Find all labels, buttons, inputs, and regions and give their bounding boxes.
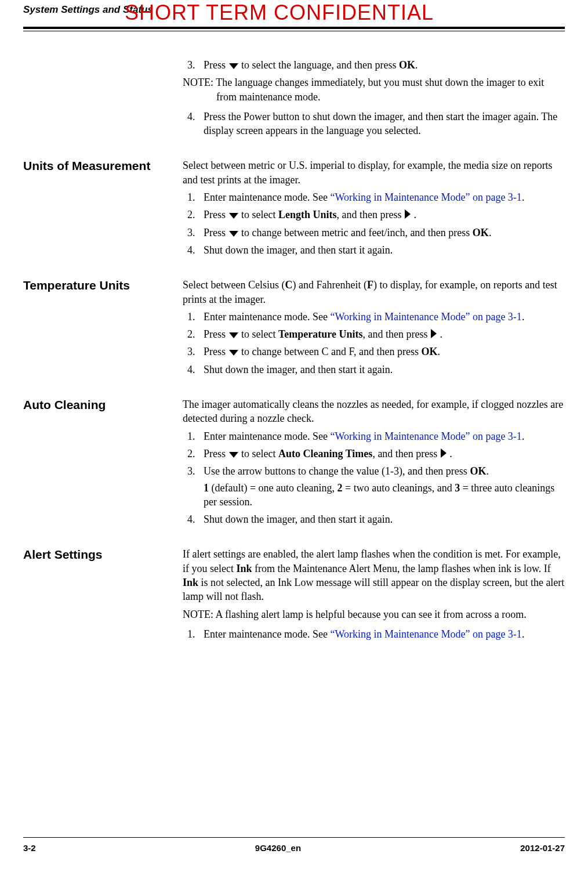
step-text: . xyxy=(486,465,489,477)
step-text: Press xyxy=(204,227,228,238)
ok-label: OK xyxy=(422,346,438,357)
right-arrow-icon xyxy=(440,448,447,458)
section-heading-units: Units of Measurement xyxy=(23,158,183,173)
step-text: Press xyxy=(204,209,228,220)
step-text: Enter maintenance mode. See xyxy=(204,311,330,323)
step-item: 1. Enter maintenance mode. See “Working … xyxy=(199,190,565,204)
step-text: to change between C and F, and then pres… xyxy=(241,346,421,357)
note-text: NOTE: The language changes immediately, … xyxy=(183,75,565,104)
down-arrow-icon xyxy=(228,349,239,356)
text: Select between Celsius ( xyxy=(183,279,285,291)
ok-label: OK xyxy=(399,59,415,71)
text: from the Maintenance Alert Menu, the lam… xyxy=(252,563,551,574)
step-text: , and then press xyxy=(363,328,430,340)
step-text: Enter maintenance mode. See xyxy=(204,430,330,442)
step-text: Press xyxy=(204,448,228,459)
step-text: . xyxy=(438,346,441,357)
note-text: NOTE: A flashing alert lamp is helpful b… xyxy=(183,607,565,621)
unit-c: C xyxy=(285,279,292,291)
menu-item-label: Auto Cleaning Times xyxy=(278,448,372,459)
step-number: 2. xyxy=(187,208,195,222)
step-number: 3. xyxy=(187,345,195,359)
step-text: Shut down the imager, and then start it … xyxy=(204,244,393,256)
step-text: to select the language, and then press xyxy=(241,59,399,71)
section-intro: Select between Celsius (C) and Fahrenhei… xyxy=(183,278,565,306)
step-number: 3. xyxy=(187,464,195,478)
footer-doc-id: 9G4260_en xyxy=(255,842,301,854)
step-text: to select xyxy=(241,209,278,220)
step-item: 1. Enter maintenance mode. See “Working … xyxy=(199,429,565,443)
svg-marker-2 xyxy=(405,209,411,219)
text: (default) = one auto cleaning, xyxy=(209,482,337,494)
value-2: 2 xyxy=(337,482,343,494)
right-arrow-icon xyxy=(404,209,411,219)
section-intro: Select between metric or U.S. imperial t… xyxy=(183,158,565,187)
right-arrow-icon xyxy=(430,328,437,339)
page-content: 3. Press to select the language, and the… xyxy=(23,58,565,645)
value-1: 1 xyxy=(204,482,209,494)
menu-item-label: Length Units xyxy=(278,209,337,220)
step-text: . xyxy=(414,209,417,220)
step-text: Press xyxy=(204,346,228,357)
down-arrow-icon xyxy=(228,212,239,219)
step-text: Enter maintenance mode. See xyxy=(204,628,330,640)
ok-label: OK xyxy=(470,465,486,477)
step-text: to select xyxy=(241,328,278,340)
step-item: 4. Press the Power button to shut down t… xyxy=(199,110,565,138)
svg-marker-4 xyxy=(229,332,238,338)
step-text: Use the arrow buttons to change the valu… xyxy=(204,465,470,477)
step-item: 2. Press to select Auto Cleaning Times, … xyxy=(199,447,565,461)
step-number: 4. xyxy=(187,512,195,526)
step-text: Press the Power button to shut down the … xyxy=(204,111,557,136)
step-number: 1. xyxy=(187,310,195,324)
value-3: 3 xyxy=(455,482,460,494)
step-number: 1. xyxy=(187,429,195,443)
step-item: 1. Enter maintenance mode. See “Working … xyxy=(199,310,565,324)
step-text: . xyxy=(489,227,492,238)
step-item: 3. Press to change between C and F, and … xyxy=(199,345,565,359)
step-number: 4. xyxy=(187,363,195,377)
svg-marker-8 xyxy=(441,448,447,458)
section-heading-temperature: Temperature Units xyxy=(23,278,183,292)
text: is not selected, an Ink Low message will… xyxy=(183,577,564,602)
text: ) and Fahrenheit ( xyxy=(292,279,366,291)
step-text: Shut down the imager, and then start it … xyxy=(204,513,393,525)
cross-ref-link[interactable]: “Working in Maintenance Mode” on page 3-… xyxy=(330,628,521,640)
down-arrow-icon xyxy=(228,230,239,237)
step-text: to change between metric and feet/inch, … xyxy=(241,227,473,238)
step-text: Press xyxy=(204,59,228,71)
section-intro: If alert settings are enabled, the alert… xyxy=(183,547,565,603)
menu-item-label: Temperature Units xyxy=(278,328,363,340)
step-number: 4. xyxy=(187,243,195,257)
step-text: Shut down the imager, and then start it … xyxy=(204,364,393,375)
svg-marker-5 xyxy=(431,329,437,338)
footer-date: 2012-01-27 xyxy=(520,842,565,854)
step-sub-text: 1 (default) = one auto cleaning, 2 = two… xyxy=(204,481,565,509)
step-item: 4. Shut down the imager, and then start … xyxy=(199,243,565,257)
svg-marker-1 xyxy=(229,213,238,219)
footer-page-number: 3-2 xyxy=(23,842,36,854)
step-text: . xyxy=(522,311,525,323)
cross-ref-link[interactable]: “Working in Maintenance Mode” on page 3-… xyxy=(330,311,521,323)
step-number: 1. xyxy=(187,190,195,204)
step-item: 3. Press to change between metric and fe… xyxy=(199,226,565,240)
unit-f: F xyxy=(367,279,373,291)
step-text: . xyxy=(522,430,525,442)
step-item: 4. Shut down the imager, and then start … xyxy=(199,512,565,526)
text: = two auto cleanings, and xyxy=(343,482,455,494)
step-text: . xyxy=(522,628,525,640)
confidential-watermark: SHORT TERM CONFIDENTIAL xyxy=(125,0,434,27)
page-footer: 3-2 9G4260_en 2012-01-27 xyxy=(23,837,565,854)
step-text: . xyxy=(440,328,442,340)
step-item: 3. Press to select the language, and the… xyxy=(199,58,565,72)
section-heading-alert: Alert Settings xyxy=(23,547,183,562)
cross-ref-link[interactable]: “Working in Maintenance Mode” on page 3-… xyxy=(330,191,521,203)
cross-ref-link[interactable]: “Working in Maintenance Mode” on page 3-… xyxy=(330,430,521,442)
step-item: 3. Use the arrow buttons to change the v… xyxy=(199,464,565,509)
step-text: . xyxy=(415,59,418,71)
svg-marker-0 xyxy=(229,63,238,69)
page-header: System Settings and Status SHORT TERM CO… xyxy=(23,0,565,29)
ok-label: OK xyxy=(473,227,489,238)
ink-label: Ink xyxy=(183,577,198,588)
step-item: 2. Press to select Length Units, and the… xyxy=(199,208,565,222)
